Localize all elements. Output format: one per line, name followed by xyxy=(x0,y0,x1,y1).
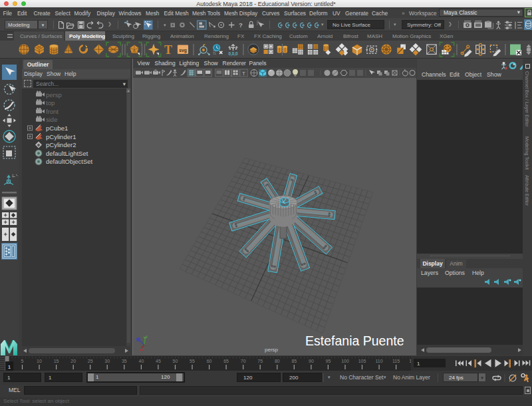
svg-text:90: 90 xyxy=(309,359,314,363)
svg-text:persp: persp xyxy=(46,91,62,99)
svg-text:35: 35 xyxy=(122,359,127,363)
svg-text:25: 25 xyxy=(88,359,93,363)
svg-text:defaultLightSet: defaultLightSet xyxy=(46,150,88,157)
svg-text:svg: svg xyxy=(179,48,187,53)
svg-text:105: 105 xyxy=(358,359,366,363)
svg-text:110: 110 xyxy=(376,359,383,363)
svg-text:75: 75 xyxy=(257,359,263,363)
svg-text:▾: ▾ xyxy=(164,23,166,27)
svg-text:0,0,0: 0,0,0 xyxy=(228,51,238,57)
svg-text:1: 1 xyxy=(417,361,420,367)
svg-text:T: T xyxy=(242,71,245,77)
svg-text:front: front xyxy=(46,108,59,115)
svg-text:T: T xyxy=(164,43,172,57)
svg-text:1: 1 xyxy=(8,364,11,370)
svg-text:45: 45 xyxy=(156,359,161,363)
svg-text:55: 55 xyxy=(190,359,195,363)
svg-text:100: 100 xyxy=(341,359,349,363)
svg-text:5: 5 xyxy=(21,359,24,363)
svg-text:30: 30 xyxy=(104,359,110,363)
svg-text:65: 65 xyxy=(223,359,229,363)
svg-text:top: top xyxy=(46,99,55,106)
svg-text:y: y xyxy=(146,334,148,338)
svg-text:85: 85 xyxy=(291,359,297,363)
svg-text:15: 15 xyxy=(54,359,59,363)
svg-text:50: 50 xyxy=(173,359,178,363)
svg-text:95: 95 xyxy=(326,359,331,363)
svg-text:80: 80 xyxy=(275,359,280,363)
svg-text:10: 10 xyxy=(37,359,42,363)
svg-text:115: 115 xyxy=(392,359,400,363)
svg-text:?: ? xyxy=(239,21,243,29)
svg-text:pCylinder1: pCylinder1 xyxy=(46,133,76,140)
svg-text:40: 40 xyxy=(139,359,144,363)
svg-text:20: 20 xyxy=(70,359,76,363)
svg-text:60: 60 xyxy=(207,359,212,363)
svg-text:70: 70 xyxy=(241,359,246,363)
svg-text:pCube1: pCube1 xyxy=(46,124,68,132)
svg-text:pCylinder2: pCylinder2 xyxy=(46,141,76,148)
svg-text:side: side xyxy=(46,116,57,123)
svg-text:defaultObjectSet: defaultObjectSet xyxy=(46,158,93,165)
